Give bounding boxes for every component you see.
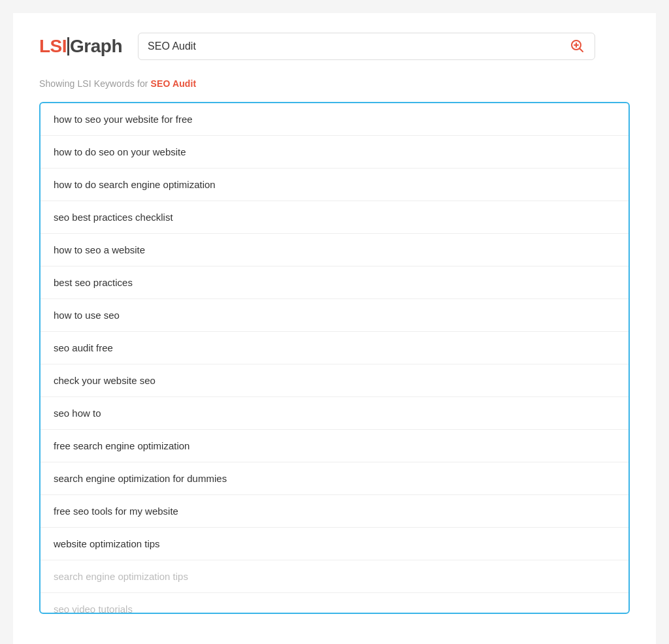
result-item[interactable]: free seo tools for my website	[41, 495, 628, 528]
page-wrapper: LSIGraph Showing LSI Keywords for SEO Au…	[13, 13, 656, 644]
result-item[interactable]: website optimization tips	[41, 528, 628, 560]
logo-cursor	[67, 37, 69, 56]
subtitle-keyword: SEO Audit	[151, 78, 197, 89]
result-item[interactable]: search engine optimization tips	[41, 560, 628, 593]
result-item[interactable]: seo how to	[41, 397, 628, 430]
logo-graph: Graph	[70, 36, 122, 57]
subtitle-prefix: Showing LSI Keywords for	[39, 78, 148, 89]
search-input[interactable]	[148, 40, 570, 52]
logo-lsi: LSI	[39, 36, 67, 57]
result-item[interactable]: how to use seo	[41, 299, 628, 332]
result-item[interactable]: how to seo a website	[41, 234, 628, 266]
result-item[interactable]: seo audit free	[41, 332, 628, 364]
subtitle: Showing LSI Keywords for SEO Audit	[39, 78, 630, 89]
result-item[interactable]: seo video tutorials	[41, 593, 628, 613]
result-item[interactable]: best seo practices	[41, 266, 628, 299]
results-wrapper[interactable]: how to seo your website for freehow to d…	[41, 103, 628, 613]
results-container: how to seo your website for freehow to d…	[39, 102, 630, 614]
result-item[interactable]: check your website seo	[41, 364, 628, 397]
result-item[interactable]: how to seo your website for free	[41, 103, 628, 136]
result-item[interactable]: search engine optimization for dummies	[41, 462, 628, 495]
result-item[interactable]: seo best practices checklist	[41, 201, 628, 234]
search-bar	[138, 33, 595, 60]
search-button[interactable]	[570, 39, 585, 54]
result-item[interactable]: how to do search engine optimization	[41, 169, 628, 201]
header: LSIGraph	[39, 33, 630, 60]
logo: LSIGraph	[39, 36, 122, 57]
result-item[interactable]: free search engine optimization	[41, 430, 628, 462]
result-item[interactable]: how to do seo on your website	[41, 136, 628, 169]
